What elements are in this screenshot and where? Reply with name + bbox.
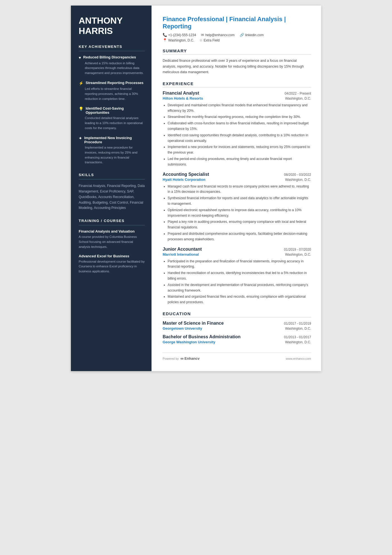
summary-section-title: SUMMARY — [163, 48, 311, 53]
sidebar: ANTHONYHARRIS KEY ACHIEVEMENTS ♥ Reduced… — [71, 6, 152, 371]
achievement-desc: Conducted detailed financial analyses le… — [79, 116, 145, 130]
email-value: help@enhancv.com — [205, 33, 234, 37]
summary-divider — [163, 54, 311, 55]
edu-school-row: Georgetown University Washington, D.C. — [163, 326, 311, 330]
edu-location: Washington, D.C. — [285, 340, 311, 344]
edu-school-row: George Washington University Washington,… — [163, 340, 311, 344]
main-header-title: Finance Professional | Financial Analysi… — [163, 16, 311, 30]
extra-value: Extra Field — [204, 38, 220, 42]
location-contact: 📍 Washington, D.C. — [163, 38, 194, 42]
job-company: Marriott International — [163, 252, 199, 256]
bulb-icon: 💡 — [79, 107, 83, 111]
education-divider — [163, 317, 311, 317]
footer: Powered by ∞ Enhancv www.enhancv.com — [163, 352, 311, 361]
course-desc: A course provided by Columbia Business S… — [79, 235, 145, 249]
main-content: Finance Professional | Financial Analysi… — [152, 6, 321, 371]
achievement-item: ✦ Implemented New Invoicing Procedure Im… — [79, 136, 145, 165]
linkedin-value: linkedin.com — [245, 33, 264, 37]
courses-list: Financial Analysis and Valuation A cours… — [79, 229, 145, 274]
bullet-item: Assisted in the development and implemen… — [168, 282, 311, 293]
job-title: Financial Analyst — [163, 91, 199, 96]
edu-school: Georgetown University — [163, 326, 202, 330]
edu-degree: Bachelor of Business Administration — [163, 334, 240, 339]
bullet-item: Handled the reconciliation of accounts, … — [168, 270, 311, 282]
phone-icon: 📞 — [163, 33, 167, 37]
skills-divider — [79, 179, 145, 179]
achievement-item: ⚡ Streamlined Reporting Processes Led ef… — [79, 81, 145, 101]
training-divider — [79, 225, 145, 225]
bullet-item: Managed cash flow and financial records … — [168, 184, 311, 195]
job-company: Hyatt Hotels Corporation — [163, 177, 205, 182]
achievement-desc: Led efforts to streamline financial repo… — [79, 87, 145, 101]
job-company-row: Hilton Hotels & Resorts Washington, D.C. — [163, 96, 311, 100]
bullet-item: Identified cost-saving opportunities thr… — [168, 133, 311, 144]
achievement-title-text: Identified Cost-Saving Opportunities — [86, 106, 145, 115]
bullet-item: Played a key role in auditing procedures… — [168, 219, 311, 230]
link-icon: 🔗 — [240, 33, 244, 37]
job-company-row: Marriott International Washington, D.C. — [163, 252, 311, 256]
job-company: Hilton Hotels & Resorts — [163, 96, 203, 100]
job-title: Junior Accountant — [163, 247, 202, 252]
footer-left: Powered by ∞ Enhancv — [163, 356, 200, 361]
logo-icon: ∞ — [180, 356, 183, 361]
header-contact: 📞 +1-(234)-555-1234 ✉ help@enhancv.com 🔗… — [163, 33, 311, 37]
star-icon: ☆ — [199, 38, 203, 42]
powered-by-text: Powered by — [163, 357, 179, 360]
summary-text: Dedicated finance professional with over… — [163, 58, 311, 75]
resume-container: ANTHONYHARRIS KEY ACHIEVEMENTS ♥ Reduced… — [71, 6, 321, 371]
linkedin-contact: 🔗 linkedin.com — [240, 33, 264, 37]
skills-section-title: SKILLS — [79, 173, 145, 177]
email-icon: ✉ — [201, 33, 204, 37]
achievements-section-title: KEY ACHIEVEMENTS — [79, 45, 145, 49]
achievement-item: ♥ Reduced Billing Discrepancies Achieved… — [79, 55, 145, 76]
course-title: Advanced Excel for Business — [79, 254, 145, 258]
star-icon: ✦ — [79, 136, 82, 140]
edu-dates: 01/2017 - 01/2019 — [284, 322, 311, 325]
job-location: Washington, D.C. — [285, 178, 311, 182]
job-dates: 01/2019 - 07/2020 — [284, 248, 311, 251]
bullet-item: Prepared and distributed comprehensive a… — [168, 231, 311, 242]
course-title: Financial Analysis and Valuation — [79, 229, 145, 233]
bullet-item: Maintained and organized financial files… — [168, 294, 311, 305]
job-company-row: Hyatt Hotels Corporation Washington, D.C… — [163, 177, 311, 182]
location-value: Washington, D.C. — [168, 38, 194, 42]
course-item: Financial Analysis and Valuation A cours… — [79, 229, 145, 249]
email-contact: ✉ help@enhancv.com — [201, 33, 234, 37]
skills-text: Financial Analysis, Financial Reporting,… — [79, 183, 145, 211]
edu-header: Bachelor of Business Administration 01/2… — [163, 334, 311, 339]
achievement-title-text: Streamlined Reporting Processes — [86, 81, 143, 85]
achievement-desc: Achieved a 15% reduction in billing disc… — [79, 61, 145, 76]
education-section-title: EDUCATION — [163, 311, 311, 316]
job-title: Accounting Specialist — [163, 172, 209, 177]
achievement-desc: Implemented a new procedure for invoices… — [79, 145, 145, 165]
location-icon: 📍 — [163, 38, 167, 42]
job-header: Junior Accountant 01/2019 - 07/2020 — [163, 247, 311, 252]
bullet-item: Led the period-end closing procedures, e… — [168, 156, 311, 167]
job-location: Washington, D.C. — [285, 253, 311, 256]
edu-dates: 01/2013 - 01/2017 — [284, 335, 311, 339]
bullet-item: Streamlined the monthly financial report… — [168, 114, 311, 120]
experience-section-title: EXPERIENCE — [163, 81, 311, 86]
bullet-item: Participated in the preparation and fina… — [168, 259, 311, 270]
bullet-item: Collaborated with cross-function teams t… — [168, 121, 311, 132]
achievements-list: ♥ Reduced Billing Discrepancies Achieved… — [79, 55, 145, 165]
bullet-item: Implemented a new procedure for invoices… — [168, 144, 311, 156]
achievement-title-text: Implemented New Invoicing Procedure — [84, 136, 145, 144]
job-bullets: Managed cash flow and financial records … — [163, 184, 311, 242]
job-bullets: Participated in the preparation and fina… — [163, 259, 311, 305]
phone-value: +1-(234)-555-1234 — [168, 33, 196, 37]
experience-divider — [163, 87, 311, 87]
training-section-title: TRAINING / COURSES — [79, 219, 145, 223]
job-dates: 08/2020 - 03/2022 — [284, 173, 311, 177]
edu-degree: Master of Science in Finance — [163, 321, 224, 326]
edu-school: George Washington University — [163, 340, 215, 344]
course-desc: Professional development course facilita… — [79, 259, 145, 274]
achievement-title-text: Reduced Billing Discrepancies — [83, 55, 136, 59]
job-header: Accounting Specialist 08/2020 - 03/2022 — [163, 172, 311, 177]
bullet-item: Optimized electronic spreadsheet systems… — [168, 208, 311, 219]
course-item: Advanced Excel for Business Professional… — [79, 254, 145, 274]
brand-name: Enhancv — [185, 356, 200, 361]
edu-header: Master of Science in Finance 01/2017 - 0… — [163, 321, 311, 326]
extra-contact: ☆ Extra Field — [199, 38, 220, 42]
job-dates: 04/2022 - Present — [285, 92, 311, 95]
